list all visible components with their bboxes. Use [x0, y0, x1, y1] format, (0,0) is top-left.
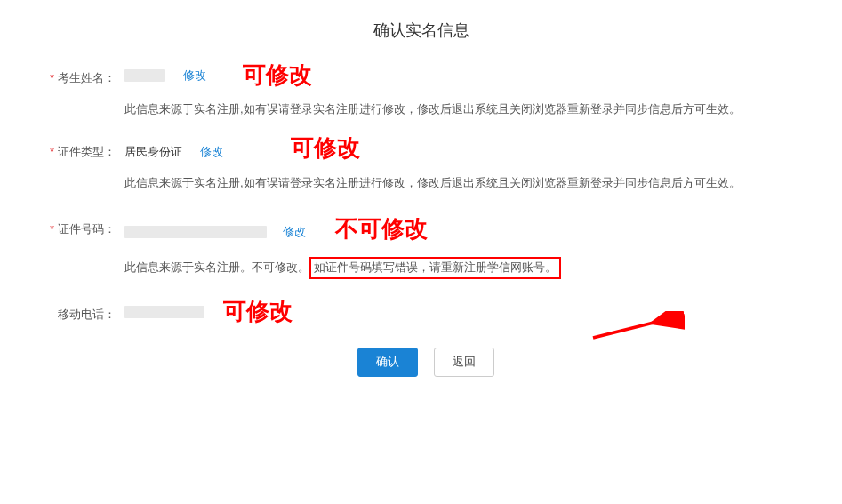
value-name: 修改	[116, 68, 206, 84]
row-name: *考生姓名： 修改 可修改	[27, 68, 824, 86]
value-idtype: 居民身份证 修改	[116, 144, 223, 160]
value-idnum: 修改	[116, 218, 308, 244]
hint-idnum: 此信息来源于实名注册。不可修改。如证件号码填写错误，请重新注册学信网账号。	[27, 257, 824, 279]
confirm-button[interactable]: 确认	[357, 348, 418, 377]
hint-idnum-boxed: 如证件号码填写错误，请重新注册学信网账号。	[309, 257, 561, 279]
label-phone: 移动电话：	[27, 307, 116, 323]
back-button[interactable]: 返回	[434, 348, 494, 377]
row-idtype: *证件类型： 居民身份证 修改 可修改	[27, 144, 824, 160]
idnum-redacted	[124, 226, 267, 238]
hint-idnum-prefix: 此信息来源于实名注册。不可修改。	[124, 260, 309, 274]
annotation-name: 可修改	[243, 64, 312, 87]
phone-redacted	[124, 306, 204, 318]
edit-idtype-link[interactable]: 修改	[200, 144, 223, 160]
value-phone	[116, 306, 204, 318]
row-idnum: *证件号码： 修改 不可修改	[27, 218, 824, 244]
row-phone: 移动电话： 可修改	[27, 306, 824, 323]
label-name: *考生姓名：	[27, 70, 116, 86]
form-area: *考生姓名： 修改 可修改 此信息来源于实名注册,如有误请登录实名注册进行修改，…	[0, 68, 842, 377]
label-phone-text: 移动电话：	[58, 308, 116, 321]
required-star: *	[50, 71, 54, 84]
edit-name-link[interactable]: 修改	[183, 68, 206, 84]
label-idnum-text: 证件号码：	[58, 222, 116, 236]
label-idtype-text: 证件类型：	[58, 145, 116, 158]
idtype-value-text: 居民身份证	[124, 144, 182, 160]
button-row: 确认 返回	[27, 348, 824, 377]
label-name-text: 考生姓名：	[58, 71, 116, 84]
required-star: *	[50, 145, 54, 158]
edit-idnum-link[interactable]: 修改	[283, 221, 308, 244]
label-idnum: *证件号码：	[27, 218, 116, 237]
annotation-phone: 可修改	[223, 300, 293, 324]
annotation-idtype: 可修改	[291, 137, 360, 160]
hint-name: 此信息来源于实名注册,如有误请登录实名注册进行修改，修改后退出系统且关闭浏览器重…	[27, 100, 824, 119]
label-idtype: *证件类型：	[27, 144, 116, 160]
required-star: *	[50, 222, 54, 236]
name-redacted	[124, 69, 165, 82]
page-title: 确认实名信息	[0, 0, 842, 68]
hint-idtype: 此信息来源于实名注册,如有误请登录实名注册进行修改，修改后退出系统且关闭浏览器重…	[27, 174, 824, 193]
annotation-idnum: 不可修改	[335, 218, 428, 241]
